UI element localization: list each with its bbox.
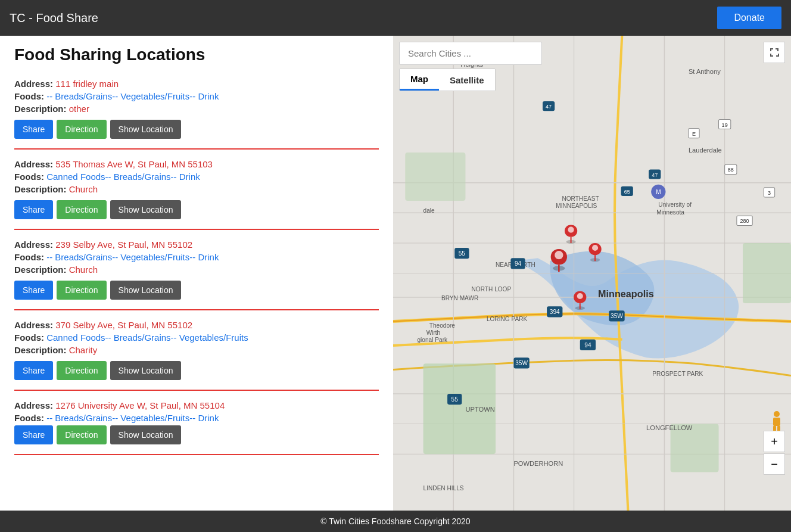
svg-text:MINNEAPOLIS: MINNEAPOLIS [556, 203, 597, 209]
svg-text:NORTH LOOP: NORTH LOOP [472, 286, 512, 293]
svg-text:BRYN MAWR: BRYN MAWR [441, 295, 478, 301]
location-foods: Foods: Canned Foods-- Breads/Grains-- Ve… [14, 332, 379, 343]
map-type-satellite-button[interactable]: Satellite [439, 69, 495, 91]
list-item: Address: 1276 University Ave W, St Paul,… [14, 391, 379, 455]
svg-text:University of: University of [658, 201, 692, 208]
map-container: Columbia Heights St Anthony Lauderdale d… [393, 36, 791, 511]
list-item: Address: 239 Selby Ave, St Paul, MN 5510… [14, 230, 379, 310]
location-description: Description: Charity [14, 345, 379, 355]
left-panel: Food Sharing Locations Address: 111 frid… [0, 36, 393, 511]
svg-rect-15 [743, 243, 791, 303]
svg-text:Wirth: Wirth [426, 329, 441, 336]
show-location-button[interactable]: Show Location [110, 425, 182, 444]
svg-text:gional Park: gional Park [417, 337, 448, 343]
map-svg: Columbia Heights St Anthony Lauderdale d… [393, 36, 791, 511]
action-buttons: Share Direction Show Location [14, 120, 379, 139]
map-type-map-button[interactable]: Map [400, 69, 439, 91]
location-foods: Foods: -- Breads/Grains-- Vegetables/Fru… [14, 91, 379, 101]
svg-text:3: 3 [768, 190, 771, 196]
action-buttons: Share Direction Show Location [14, 425, 379, 444]
direction-button[interactable]: Direction [57, 120, 106, 139]
search-input[interactable] [399, 42, 542, 65]
location-address: Address: 239 Selby Ave, St Paul, MN 5510… [14, 239, 379, 250]
svg-text:NORTHEAST: NORTHEAST [562, 195, 599, 202]
svg-point-80 [774, 411, 780, 417]
svg-text:19: 19 [722, 122, 728, 128]
svg-text:47: 47 [652, 172, 658, 178]
share-button[interactable]: Share [14, 281, 53, 300]
footer-text: © Twin Cities Foodshare Copyright 2020 [320, 517, 470, 526]
main-content: Food Sharing Locations Address: 111 frid… [0, 36, 791, 511]
show-location-button[interactable]: Show Location [110, 120, 182, 139]
svg-text:LINDEN HILLS: LINDEN HILLS [423, 485, 464, 491]
action-buttons: Share Direction Show Location [14, 281, 379, 300]
list-item: Address: 370 Selby Ave, St Paul, MN 5510… [14, 310, 379, 391]
location-address: Address: 111 fridley main [14, 79, 379, 89]
svg-text:55: 55 [459, 250, 466, 257]
locations-list: Address: 111 fridley main Foods: -- Brea… [0, 69, 393, 511]
svg-text:LORING PARK: LORING PARK [487, 316, 528, 322]
svg-text:POWDERHORN: POWDERHORN [513, 460, 563, 467]
map-zoom-controls: + − [764, 431, 785, 475]
svg-text:E: E [692, 131, 696, 137]
direction-button[interactable]: Direction [57, 425, 106, 444]
direction-button[interactable]: Direction [57, 281, 106, 300]
map-type-controls: Map Satellite [399, 69, 496, 91]
svg-text:UPTOWN: UPTOWN [465, 406, 494, 413]
footer: © Twin Cities Foodshare Copyright 2020 [0, 511, 791, 532]
share-button[interactable]: Share [14, 120, 53, 139]
direction-button[interactable]: Direction [57, 361, 106, 380]
svg-text:PROSPECT PARK: PROSPECT PARK [652, 371, 703, 377]
list-item: Address: 111 fridley main Foods: -- Brea… [14, 69, 379, 150]
location-foods: Foods: -- Breads/Grains-- Vegetables/Fru… [14, 413, 379, 423]
svg-text:LONGFELLOW: LONGFELLOW [646, 424, 693, 431]
pegman-icon[interactable] [768, 410, 785, 427]
svg-text:35W: 35W [515, 360, 528, 366]
zoom-out-button[interactable]: − [764, 453, 785, 475]
show-location-button[interactable]: Show Location [110, 281, 182, 300]
show-location-button[interactable]: Show Location [110, 200, 182, 219]
share-button[interactable]: Share [14, 361, 53, 380]
location-foods: Foods: Canned Foods-- Breads/Grains-- Dr… [14, 172, 379, 182]
header: TC - Food Share Donate [0, 0, 791, 36]
svg-text:280: 280 [740, 218, 749, 224]
location-description: Description: other [14, 104, 379, 114]
svg-text:88: 88 [728, 167, 734, 173]
list-item: Address: 535 Thomas Ave W, St Paul, MN 5… [14, 150, 379, 230]
share-button[interactable]: Share [14, 425, 53, 444]
action-buttons: Share Direction Show Location [14, 361, 379, 380]
svg-text:94: 94 [584, 342, 591, 349]
svg-point-65 [555, 251, 563, 259]
svg-text:394: 394 [550, 309, 560, 315]
svg-text:Lauderdale: Lauderdale [689, 147, 722, 154]
svg-text:47: 47 [546, 104, 552, 110]
fullscreen-button[interactable] [764, 42, 785, 63]
action-buttons: Share Direction Show Location [14, 200, 379, 219]
page-title: Food Sharing Locations [0, 36, 393, 69]
show-location-button[interactable]: Show Location [110, 361, 182, 380]
share-button[interactable]: Share [14, 200, 53, 219]
svg-text:35W: 35W [611, 313, 623, 319]
location-address: Address: 370 Selby Ave, St Paul, MN 5510… [14, 320, 379, 330]
direction-button[interactable]: Direction [57, 200, 106, 219]
svg-text:55: 55 [451, 396, 459, 403]
svg-rect-17 [671, 424, 719, 472]
zoom-in-button[interactable]: + [764, 431, 785, 452]
svg-text:94: 94 [515, 260, 522, 267]
fullscreen-icon [769, 47, 780, 58]
donate-button[interactable]: Donate [717, 7, 781, 29]
svg-text:St Anthony: St Anthony [689, 68, 721, 75]
location-description: Description: Church [14, 184, 379, 194]
svg-rect-81 [773, 418, 780, 426]
map-panel: Columbia Heights St Anthony Lauderdale d… [393, 36, 791, 511]
location-foods: Foods: -- Breads/Grains-- Vegetables/Fru… [14, 252, 379, 262]
svg-point-61 [568, 227, 574, 233]
svg-text:65: 65 [624, 189, 630, 195]
svg-point-67 [577, 293, 583, 299]
svg-text:dale: dale [423, 207, 435, 214]
svg-text:M: M [656, 189, 661, 195]
svg-text:Minneapolis: Minneapolis [598, 288, 654, 299]
svg-text:Minnesota: Minnesota [656, 209, 684, 216]
svg-text:Theodore: Theodore [429, 322, 456, 329]
location-address: Address: 535 Thomas Ave W, St Paul, MN 5… [14, 159, 379, 169]
